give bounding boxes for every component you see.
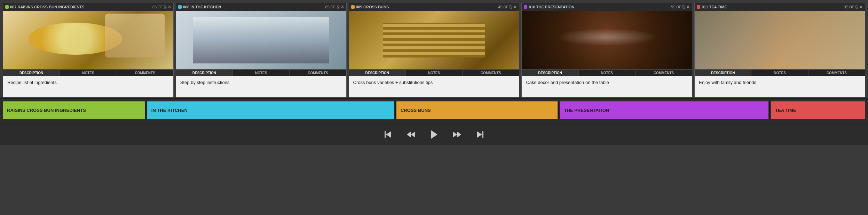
- card-tabs-007: DESCRIPTIONNOTESCOMMENTS: [3, 69, 173, 76]
- cards-panel: 007 RAISINS CROSS BUN INGREDIENTS8S OF⎘✕…: [0, 0, 868, 98]
- timeline-segment-4[interactable]: TEA TIME: [771, 101, 865, 119]
- svg-marker-3: [411, 131, 415, 138]
- copy-icon[interactable]: ⎘: [337, 5, 339, 9]
- timeline-panel: RAISINS CROSS BUN INGREDIENTSIN THE KITC…: [0, 98, 868, 124]
- svg-marker-1: [386, 131, 391, 138]
- timeline-segment-1[interactable]: IN THE KITCHEN: [147, 101, 394, 119]
- close-icon[interactable]: ✕: [168, 5, 171, 9]
- copy-icon[interactable]: ⎘: [855, 5, 858, 9]
- segment-divider: [145, 101, 147, 119]
- tab-notes-007[interactable]: NOTES: [60, 70, 117, 76]
- play-button[interactable]: [428, 128, 440, 141]
- segment-divider: [558, 101, 559, 119]
- tab-description-011[interactable]: DESCRIPTION: [695, 70, 751, 76]
- tab-comments-011[interactable]: COMMENTS: [808, 70, 865, 76]
- card-meta-text-007: 8S OF: [152, 5, 163, 9]
- card-dot-011: [697, 5, 700, 9]
- card-meta-010: 5S OF⎘✕: [671, 5, 690, 9]
- close-icon[interactable]: ✕: [513, 5, 517, 9]
- close-icon[interactable]: ✕: [341, 5, 344, 9]
- card-thumbnail-007: [3, 11, 173, 69]
- card-thumbnail-009: [349, 11, 519, 69]
- card-meta-text-011: 3S OF: [844, 5, 854, 9]
- card-meta-text-010: 5S OF: [671, 5, 681, 9]
- tab-description-010[interactable]: DESCRIPTION: [522, 70, 578, 76]
- card-tabs-010: DESCRIPTIONNOTESCOMMENTS: [522, 69, 692, 76]
- svg-marker-4: [431, 130, 437, 139]
- tab-comments-009[interactable]: COMMENTS: [463, 70, 519, 76]
- tab-comments-008[interactable]: COMMENTS: [290, 70, 346, 76]
- card-008: 008 IN THE KITCHEN8S OF⎘✕DESCRIPTIONNOTE…: [176, 3, 347, 98]
- card-header-010: 010 THE PRESENTATION5S OF⎘✕: [522, 3, 692, 11]
- copy-icon[interactable]: ⎘: [510, 5, 512, 9]
- card-dot-010: [524, 5, 527, 9]
- close-icon[interactable]: ✕: [859, 5, 863, 9]
- transport-panel: [0, 124, 868, 145]
- fast-forward-button[interactable]: [451, 128, 463, 141]
- card-description-010: Cake decor and presentation on the table: [522, 76, 692, 97]
- card-header-008: 008 IN THE KITCHEN8S OF⎘✕: [176, 3, 346, 11]
- card-title-007: 007 RAISINS CROSS BUN INGREDIENTS: [10, 5, 151, 9]
- tab-description-007[interactable]: DESCRIPTION: [3, 70, 60, 76]
- card-title-009: 009 CROSS BUNS: [356, 5, 497, 9]
- card-description-007: Recipe list of ingredients: [3, 76, 173, 97]
- timeline-track: RAISINS CROSS BUN INGREDIENTSIN THE KITC…: [3, 101, 865, 119]
- card-meta-text-008: 8S OF: [325, 5, 336, 9]
- card-meta-009: 4S OF⎘✕: [498, 5, 517, 9]
- card-description-009: Cross buns varieties + substitutions tip…: [349, 76, 519, 97]
- tab-description-009[interactable]: DESCRIPTION: [349, 70, 406, 76]
- copy-icon[interactable]: ⎘: [682, 5, 685, 9]
- card-meta-011: 3S OF⎘✕: [844, 5, 863, 9]
- card-007: 007 RAISINS CROSS BUN INGREDIENTS8S OF⎘✕…: [3, 3, 174, 98]
- card-title-008: 008 IN THE KITCHEN: [183, 5, 324, 9]
- card-header-011: 011 TEA TIME3S OF⎘✕: [695, 3, 865, 11]
- tab-comments-007[interactable]: COMMENTS: [117, 70, 173, 76]
- card-dot-007: [5, 5, 9, 9]
- svg-marker-5: [453, 131, 457, 138]
- card-tabs-011: DESCRIPTIONNOTESCOMMENTS: [695, 69, 865, 76]
- close-icon[interactable]: ✕: [686, 5, 690, 9]
- timeline-segment-0[interactable]: RAISINS CROSS BUN INGREDIENTS: [3, 101, 145, 119]
- card-header-009: 009 CROSS BUNS4S OF⎘✕: [349, 3, 519, 11]
- card-description-008: Step by step instructions: [176, 76, 346, 97]
- tab-notes-008[interactable]: NOTES: [233, 70, 290, 76]
- card-meta-007: 8S OF⎘✕: [152, 5, 171, 9]
- card-meta-text-009: 4S OF: [498, 5, 508, 9]
- tab-description-008[interactable]: DESCRIPTION: [176, 70, 233, 76]
- card-thumbnail-011: [695, 11, 865, 69]
- card-title-011: 011 TEA TIME: [702, 5, 843, 9]
- timeline-segment-2[interactable]: CROSS BUNS: [396, 101, 558, 119]
- card-header-007: 007 RAISINS CROSS BUN INGREDIENTS8S OF⎘✕: [3, 3, 173, 11]
- timeline-segment-3[interactable]: THE PRESENTATION: [560, 101, 769, 119]
- card-meta-008: 8S OF⎘✕: [325, 5, 344, 9]
- card-009: 009 CROSS BUNS4S OF⎘✕DESCRIPTIONNOTESCOM…: [349, 3, 520, 98]
- skip-back-button[interactable]: [382, 128, 394, 141]
- card-tabs-008: DESCRIPTIONNOTESCOMMENTS: [176, 69, 346, 76]
- svg-marker-2: [407, 131, 411, 138]
- copy-icon[interactable]: ⎘: [164, 5, 166, 9]
- tab-notes-011[interactable]: NOTES: [751, 70, 808, 76]
- segment-divider: [395, 101, 396, 119]
- card-010: 010 THE PRESENTATION5S OF⎘✕DESCRIPTIONNO…: [521, 3, 692, 98]
- card-dot-009: [351, 5, 355, 9]
- svg-marker-8: [477, 131, 482, 138]
- card-dot-008: [178, 5, 182, 9]
- card-title-010: 010 THE PRESENTATION: [529, 5, 670, 9]
- card-tabs-009: DESCRIPTIONNOTESCOMMENTS: [349, 69, 519, 76]
- card-011: 011 TEA TIME3S OF⎘✕DESCRIPTIONNOTESCOMME…: [694, 3, 865, 98]
- tab-notes-009[interactable]: NOTES: [406, 70, 463, 76]
- svg-rect-7: [482, 131, 483, 138]
- svg-rect-0: [385, 131, 386, 138]
- tab-comments-010[interactable]: COMMENTS: [636, 70, 692, 76]
- tab-notes-010[interactable]: NOTES: [579, 70, 636, 76]
- segment-divider: [769, 101, 770, 119]
- card-thumbnail-008: [176, 11, 346, 69]
- card-description-011: Enjoy with family and friends: [695, 76, 865, 97]
- skip-forward-button[interactable]: [474, 128, 486, 141]
- card-thumbnail-010: [522, 11, 692, 69]
- svg-marker-6: [457, 131, 461, 138]
- rewind-button[interactable]: [405, 128, 417, 141]
